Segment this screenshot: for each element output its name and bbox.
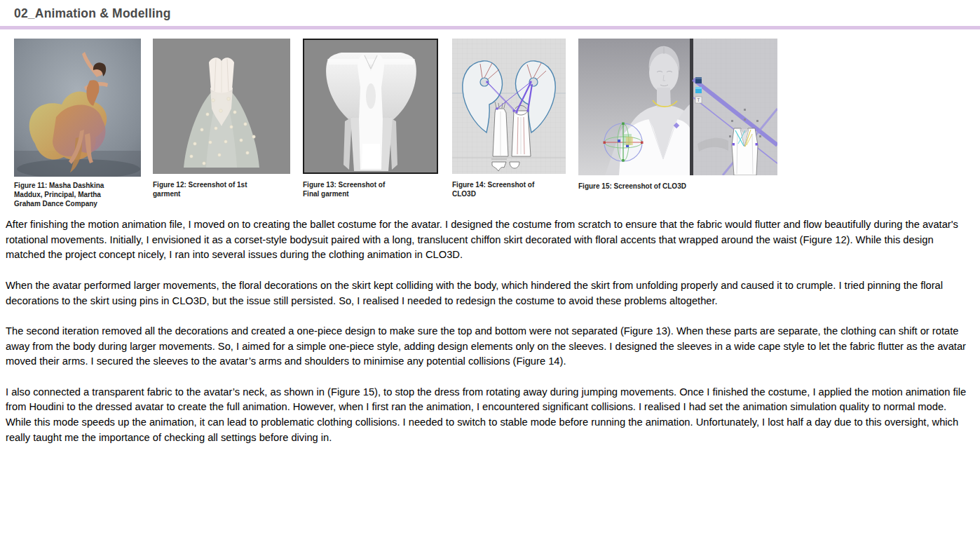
figure-12-first-garment: Figure 12: Screenshot of 1st garment: [153, 39, 290, 198]
svg-text:T: T: [697, 97, 700, 102]
figure-12-caption: Figure 12: Screenshot of 1st garment: [153, 180, 290, 198]
paragraph-4: I also connected a transparent fabric to…: [6, 385, 974, 446]
page-title: 02_Animation & Modelling: [14, 6, 171, 21]
document-page: 02_Animation & Modelling: [0, 0, 980, 549]
first-garment-image: [153, 39, 290, 174]
clo3d-toolbar-icons: T: [695, 77, 702, 103]
dancer-photo-image: [14, 39, 141, 177]
figure-14-clo3d-pattern: Figure 14: Screenshot of CLO3D: [452, 39, 566, 198]
figure-11-dancer-photo: Figure 11: Masha Dashkina Maddux, Princi…: [14, 39, 141, 208]
figure-15-caption: Figure 15: Screenshot of CLO3D: [578, 182, 777, 191]
figure-11-caption: Figure 11: Masha Dashkina Maddux, Princi…: [14, 181, 141, 208]
clo3d-avatar-image: T: [578, 39, 777, 175]
header-divider: [0, 26, 980, 29]
body-text: After finishing the motion animation fil…: [6, 217, 974, 461]
clo3d-pattern-illustration: [452, 39, 566, 174]
clo3d-pattern-image: [452, 39, 566, 174]
dancer-photo-illustration: [14, 39, 141, 177]
figure-13-caption: Figure 13: Screenshot of Final garment: [303, 180, 438, 198]
final-garment-image: [303, 39, 438, 174]
figure-15-clo3d-avatar: T Figur: [578, 39, 777, 191]
paragraph-1: After finishing the motion animation fil…: [6, 217, 974, 263]
figure-13-final-garment: Figure 13: Screenshot of Final garment: [303, 39, 438, 198]
clo3d-avatar-illustration: T: [578, 39, 777, 175]
final-garment-illustration: [303, 39, 438, 174]
paragraph-3: The second iteration removed all the dec…: [6, 324, 974, 370]
paragraph-2: When the avatar performed larger movemen…: [6, 278, 974, 309]
figure-14-caption: Figure 14: Screenshot of CLO3D: [452, 180, 566, 198]
first-garment-illustration: [153, 39, 290, 174]
